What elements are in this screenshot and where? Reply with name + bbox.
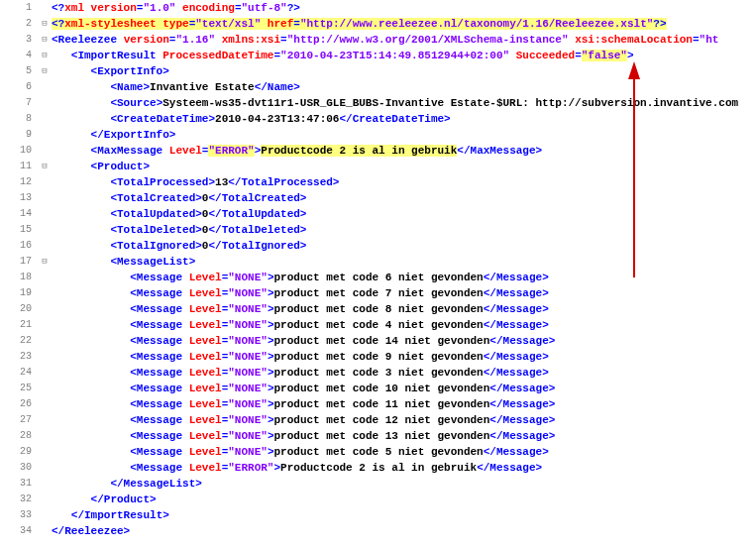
line-number: 9 bbox=[0, 127, 38, 143]
token: Level bbox=[189, 367, 222, 379]
line-number: 18 bbox=[0, 270, 38, 285]
code-line: 3⊟<Reeleezee version="1.16" xmlns:xsi="h… bbox=[0, 32, 756, 48]
token: type bbox=[162, 18, 188, 30]
line-number: 15 bbox=[0, 222, 38, 238]
line-number: 22 bbox=[0, 333, 38, 349]
code-line: 24 <Message Level="NONE">product met cod… bbox=[0, 365, 756, 381]
code-line: 17⊟ <MessageList> bbox=[0, 254, 756, 270]
code-line: 2⊟<?xml-stylesheet type="text/xsl" href=… bbox=[0, 16, 756, 32]
line-number: 4 bbox=[0, 48, 38, 63]
code-content: <Product> bbox=[52, 159, 756, 174]
token: <TotalProcessed> bbox=[110, 176, 215, 188]
line-number: 31 bbox=[0, 476, 38, 492]
code-line: 1<?xml version="1.0" encoding="utf-8"?> bbox=[0, 0, 756, 16]
token: </Message> bbox=[484, 367, 549, 379]
fold-toggle[interactable]: ⊟ bbox=[38, 159, 52, 174]
token: Level bbox=[189, 462, 222, 474]
token: xml-stylesheet bbox=[64, 18, 162, 30]
token: </Message> bbox=[477, 462, 542, 474]
code-line: 33 </ImportResult> bbox=[0, 507, 756, 523]
code-content: <Message Level="NONE">product met code 6… bbox=[52, 270, 756, 285]
token: Level bbox=[189, 335, 222, 347]
token: </Message> bbox=[484, 351, 549, 363]
token: "NONE" bbox=[228, 367, 268, 379]
code-content: <TotalIgnored>0</TotalIgnored> bbox=[52, 238, 756, 254]
fold-toggle[interactable]: ⊟ bbox=[38, 63, 52, 79]
code-line: 4⊟ <ImportResult ProcessedDateTime="2010… bbox=[0, 48, 756, 63]
line-number: 28 bbox=[0, 428, 38, 444]
token: <? bbox=[52, 2, 64, 14]
token: </MessageList> bbox=[110, 478, 201, 490]
token: "http://www.reeleezee.nl/taxonomy/1.16/R… bbox=[300, 18, 653, 30]
token: "NONE" bbox=[228, 383, 268, 394]
code-line: 8 <CreateDateTime>2010-04-23T13:47:06</C… bbox=[0, 111, 756, 127]
token: "NONE" bbox=[228, 319, 268, 331]
code-line: 13 <TotalCreated>0</TotalCreated> bbox=[0, 190, 756, 206]
token: href bbox=[261, 18, 293, 30]
token: <TotalUpdated> bbox=[110, 208, 201, 220]
code-content: <Message Level="NONE">product met code 1… bbox=[52, 412, 756, 428]
token: "NONE" bbox=[228, 414, 268, 426]
fold-toggle[interactable]: ⊟ bbox=[38, 32, 52, 48]
code-content: <CreateDateTime>2010-04-23T13:47:06</Cre… bbox=[52, 111, 756, 127]
token: Level bbox=[189, 272, 222, 283]
token: </TotalDeleted> bbox=[208, 224, 306, 236]
token: </Message> bbox=[489, 430, 555, 442]
code-line: 28 <Message Level="NONE">product met cod… bbox=[0, 428, 756, 444]
code-content: <Message Level="NONE">product met code 3… bbox=[52, 365, 756, 381]
line-number: 13 bbox=[0, 190, 38, 206]
token: version bbox=[91, 2, 137, 14]
code-line: 11⊟ <Product> bbox=[0, 159, 756, 174]
line-number: 32 bbox=[0, 492, 38, 507]
code-line: 31 </MessageList> bbox=[0, 476, 756, 492]
token: product met code 9 niet gevonden bbox=[273, 351, 483, 363]
line-number: 1 bbox=[0, 0, 38, 16]
code-line: 7 <Source>Systeem-ws35-dvt11r1-USR_GLE_B… bbox=[0, 95, 756, 111]
code-content: <Message Level="NONE">product met code 1… bbox=[52, 381, 756, 396]
token: xsi:schemaLocation bbox=[569, 34, 693, 46]
line-number: 5 bbox=[0, 63, 38, 79]
token: product met code 13 niet gevonden bbox=[273, 430, 489, 442]
token: <ImportResult bbox=[71, 50, 162, 61]
token: <Message bbox=[130, 287, 188, 299]
fold-toggle[interactable]: ⊟ bbox=[38, 254, 52, 270]
fold-toggle[interactable]: ⊟ bbox=[38, 16, 52, 32]
fold-toggle[interactable]: ⊟ bbox=[38, 48, 52, 63]
token: <Reeleezee bbox=[52, 34, 124, 46]
token: "ERROR" bbox=[228, 462, 273, 474]
token: "http://www.w3.org/2001/XMLSchema-instan… bbox=[287, 34, 569, 46]
token: "NONE" bbox=[228, 398, 268, 410]
token: Level bbox=[189, 430, 222, 442]
code-content: <Message Level="NONE">product met code 9… bbox=[52, 349, 756, 365]
token: <Message bbox=[130, 319, 188, 331]
line-number: 16 bbox=[0, 238, 38, 254]
token: "NONE" bbox=[228, 335, 268, 347]
token: Level bbox=[189, 287, 222, 299]
token: <Product> bbox=[91, 161, 150, 172]
token: xmlns:xsi bbox=[215, 34, 280, 46]
token: </TotalCreated> bbox=[208, 192, 306, 204]
token: product met code 7 niet gevonden bbox=[273, 287, 483, 299]
token: </Message> bbox=[489, 383, 555, 394]
token: </TotalProcessed> bbox=[228, 176, 339, 188]
token: </Message> bbox=[484, 272, 549, 283]
code-content: <Message Level="NONE">product met code 5… bbox=[52, 444, 756, 460]
token: </ImportResult> bbox=[71, 509, 169, 521]
code-content: <Message Level="ERROR">Productcode 2 is … bbox=[52, 460, 756, 476]
code-content: <?xml-stylesheet type="text/xsl" href="h… bbox=[52, 16, 756, 32]
token: ?> bbox=[287, 2, 300, 14]
code-line: 19 <Message Level="NONE">product met cod… bbox=[0, 285, 756, 301]
code-line: 10 <MaxMessage Level="ERROR">Productcode… bbox=[0, 143, 756, 159]
token: </TotalUpdated> bbox=[208, 208, 306, 220]
line-number: 14 bbox=[0, 206, 38, 222]
code-line: 26 <Message Level="NONE">product met cod… bbox=[0, 396, 756, 412]
line-number: 27 bbox=[0, 412, 38, 428]
code-line: 22 <Message Level="NONE">product met cod… bbox=[0, 333, 756, 349]
line-number: 17 bbox=[0, 254, 38, 270]
token: <? bbox=[52, 18, 64, 30]
token: product met code 14 niet gevonden bbox=[273, 335, 489, 347]
token: </Name> bbox=[255, 81, 300, 93]
code-content: <Reeleezee version="1.16" xmlns:xsi="htt… bbox=[52, 32, 756, 48]
token: </Reeleezee> bbox=[52, 525, 130, 537]
code-line: 34</Reeleezee> bbox=[0, 523, 756, 539]
